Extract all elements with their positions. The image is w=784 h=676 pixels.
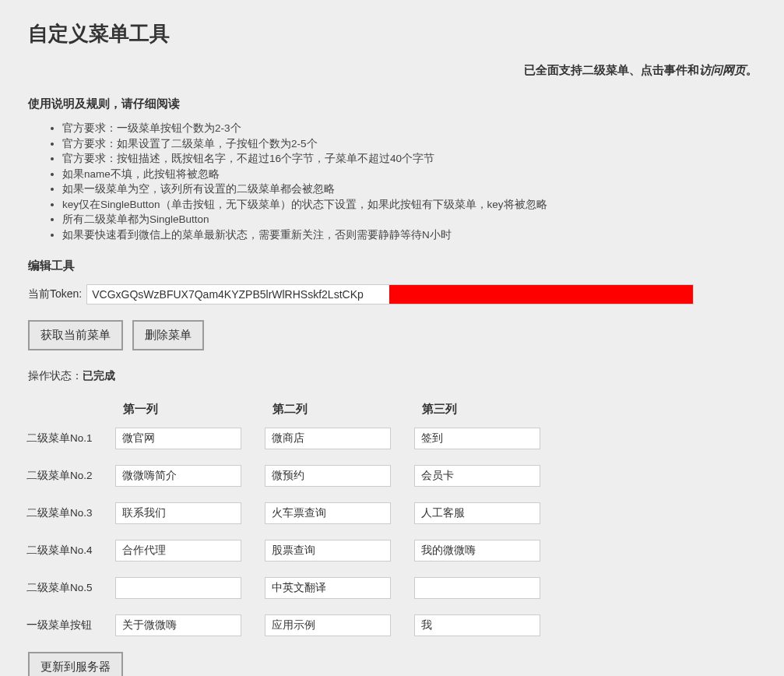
menu-cell-input[interactable] [265,465,391,487]
menu-cell-input[interactable] [115,540,241,562]
rule-item: 所有二级菜单都为SingleButton [62,212,761,227]
rule-item: 官方要求：按钮描述，既按钮名字，不超过16个字节，子菜单不超过40个字节 [62,151,761,167]
menu-cell-input[interactable] [265,614,391,636]
token-row: 当前Token: [28,284,761,305]
row-label: 二级菜单No.4 [22,540,115,577]
menu-cell-input[interactable] [115,502,241,524]
row-label: 二级菜单No.1 [22,428,115,465]
menu-cell-input[interactable] [115,465,241,487]
row-label: 二级菜单No.5 [22,577,115,614]
support-note-suffix: 。 [746,63,758,76]
menu-cell-input[interactable] [265,540,391,562]
menu-cell-input[interactable] [265,428,391,449]
rule-item: key仅在SingleButton（单击按钮，无下级菜单）的状态下设置，如果此按… [62,197,761,213]
menu-cell-input[interactable] [414,428,540,449]
col-header-1: 第一列 [115,402,265,428]
status-value: 已完成 [83,369,115,382]
menu-cell-input[interactable] [414,540,540,562]
table-row: 一级菜单按钮 [22,614,564,652]
menu-cell-input[interactable] [265,577,391,599]
delete-menu-button[interactable]: 删除菜单 [132,320,204,350]
rules-list: 官方要求：一级菜单按钮个数为2-3个 官方要求：如果设置了二级菜单，子按钮个数为… [62,121,761,243]
update-server-button[interactable]: 更新到服务器 [28,652,123,677]
rule-item: 如果一级菜单为空，该列所有设置的二级菜单都会被忽略 [62,181,761,197]
table-row: 二级菜单No.2 [22,465,564,502]
table-row: 二级菜单No.4 [22,540,564,577]
status-label: 操作状态： [28,369,83,382]
table-row: 二级菜单No.3 [22,502,564,540]
rule-item: 官方要求：一级菜单按钮个数为2-3个 [62,121,761,136]
menu-cell-input[interactable] [115,614,241,636]
support-note-italic: 访问网页 [699,63,746,76]
token-redaction [389,285,693,304]
menu-cell-input[interactable] [414,465,540,487]
support-note-prefix: 已全面支持二级菜单、点击事件和 [524,63,699,76]
menu-cell-input[interactable] [115,428,241,449]
menu-grid: 第一列 第二列 第三列 二级菜单No.1 二级菜单No.2 二级菜单No.3 二… [22,402,564,652]
rule-item: 如果name不填，此按钮将被忽略 [62,167,761,182]
page-title: 自定义菜单工具 [28,20,761,48]
rule-item: 如果要快速看到微信上的菜单最新状态，需要重新关注，否则需要静静等待N小时 [62,227,761,243]
row-label: 一级菜单按钮 [22,614,115,652]
row-label: 二级菜单No.2 [22,465,115,502]
edit-tool-heading: 编辑工具 [28,259,761,273]
row-label: 二级菜单No.3 [22,502,115,540]
table-row: 二级菜单No.1 [22,428,564,465]
menu-cell-input[interactable] [414,502,540,524]
support-note: 已全面支持二级菜单、点击事件和访问网页。 [23,63,761,78]
status-row: 操作状态：已完成 [28,369,761,383]
rules-heading: 使用说明及规则，请仔细阅读 [28,97,761,111]
rule-item: 官方要求：如果设置了二级菜单，子按钮个数为2-5个 [62,136,761,152]
menu-cell-input[interactable] [414,614,540,636]
menu-cell-input[interactable] [115,577,241,599]
menu-cell-input[interactable] [265,502,391,524]
col-header-2: 第二列 [265,402,414,428]
menu-cell-input[interactable] [414,577,540,599]
get-current-menu-button[interactable]: 获取当前菜单 [28,320,123,350]
col-header-3: 第三列 [414,402,564,428]
table-row: 二级菜单No.5 [22,577,564,614]
token-label: 当前Token: [28,287,82,301]
